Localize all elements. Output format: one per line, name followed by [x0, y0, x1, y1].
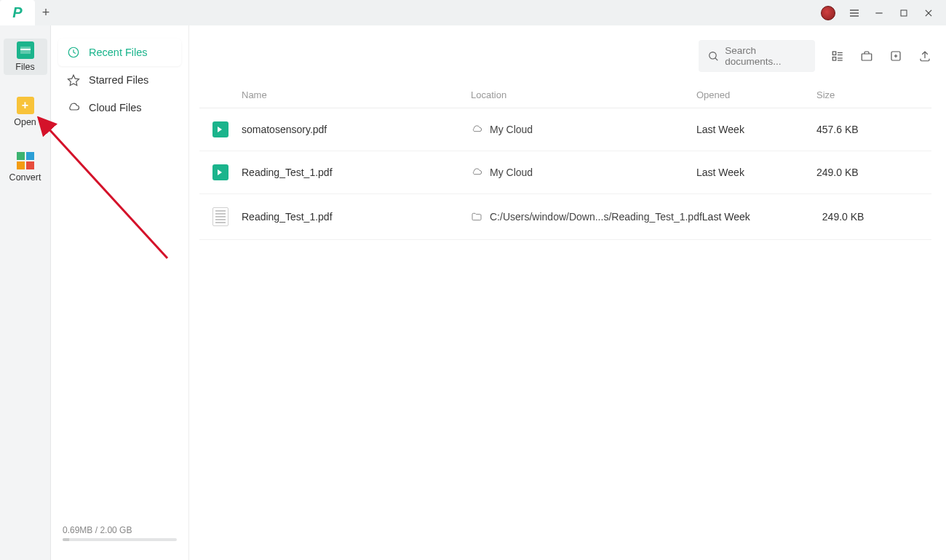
main-panel: Search documents... Name Location Opened…: [189, 25, 946, 560]
user-avatar[interactable]: [821, 6, 835, 20]
search-input[interactable]: Search documents...: [699, 40, 815, 72]
table-header: Name Location Opened Size: [199, 82, 931, 108]
file-opened: Last Week: [696, 167, 816, 178]
rail-label-open: Open: [14, 117, 36, 127]
menu-icon[interactable]: [848, 7, 860, 19]
file-name: Reading_Test_1.pdf: [242, 211, 471, 223]
col-header-opened[interactable]: Opened: [696, 89, 816, 100]
upload-icon[interactable]: [918, 49, 931, 63]
sidenav-label-recent: Recent Files: [89, 47, 148, 58]
file-location: C:/Users/window/Down...s/Reading_Test_1.…: [471, 211, 702, 223]
table-row[interactable]: Reading_Test_1.pdfMy CloudLast Week249.0…: [199, 151, 931, 194]
col-header-size[interactable]: Size: [816, 89, 931, 100]
file-type-icon: [199, 207, 242, 226]
file-location: My Cloud: [471, 124, 696, 135]
rail-item-files[interactable]: Files: [4, 39, 47, 75]
svg-rect-4: [901, 10, 907, 16]
briefcase-icon[interactable]: [860, 49, 873, 63]
storage-used: 0.69MB: [63, 525, 92, 535]
titlebar: P +: [0, 0, 946, 25]
rail-item-convert[interactable]: Convert: [4, 149, 47, 185]
sidenav-label-starred: Starred Files: [89, 74, 148, 86]
list-view-icon[interactable]: [831, 49, 844, 63]
file-size: 249.0 KB: [816, 167, 931, 178]
rail-label-files: Files: [15, 62, 34, 72]
file-opened: Last Week: [696, 124, 816, 135]
toolbar: Search documents...: [189, 25, 946, 81]
cloud-icon: [471, 124, 482, 135]
close-icon[interactable]: [923, 7, 934, 19]
file-size: 457.6 KB: [816, 124, 931, 135]
storage-total: 2.00 GB: [100, 525, 132, 535]
clock-icon: [67, 46, 80, 59]
file-table: Name Location Opened Size somatosensory.…: [189, 81, 946, 240]
sidenav-item-cloud[interactable]: Cloud Files: [58, 94, 181, 121]
app-logo-icon: P: [12, 4, 22, 21]
table-row[interactable]: somatosensory.pdfMy CloudLast Week457.6 …: [199, 108, 931, 151]
folder-icon: [471, 211, 482, 223]
cloud-icon: [67, 101, 80, 114]
sidenav-item-starred[interactable]: Starred Files: [58, 66, 181, 94]
file-opened: Last Week: [702, 211, 822, 223]
col-header-location[interactable]: Location: [471, 89, 696, 100]
svg-rect-19: [862, 54, 872, 60]
storage-bar: [63, 538, 177, 541]
file-type-icon: [199, 164, 242, 180]
search-icon: [707, 49, 719, 63]
svg-rect-13: [832, 52, 836, 55]
open-icon: +: [17, 97, 34, 114]
svg-line-12: [715, 58, 718, 60]
star-icon: [67, 73, 80, 87]
search-placeholder: Search documents...: [725, 45, 806, 67]
sidenav: Recent Files Starred Files Cloud Files 0…: [51, 25, 189, 560]
maximize-icon[interactable]: [898, 7, 910, 19]
convert-icon: [17, 152, 34, 169]
new-tab-button[interactable]: +: [35, 5, 57, 20]
left-rail: Files + Open Convert: [0, 25, 51, 560]
file-location: My Cloud: [471, 167, 696, 178]
rail-label-convert: Convert: [9, 172, 41, 183]
app-logo-tab[interactable]: P: [0, 0, 35, 25]
svg-point-11: [710, 52, 716, 59]
files-icon: [17, 41, 34, 59]
table-row[interactable]: Reading_Test_1.pdfC:/Users/window/Down..…: [199, 194, 931, 240]
titlebar-right: [821, 6, 942, 20]
file-name: somatosensory.pdf: [242, 124, 471, 135]
new-file-icon[interactable]: [889, 49, 902, 63]
sidenav-label-cloud: Cloud Files: [89, 102, 142, 113]
svg-marker-10: [68, 75, 79, 85]
file-size: 249.0 KB: [822, 211, 931, 223]
titlebar-left: P +: [0, 0, 57, 25]
sidenav-item-recent[interactable]: Recent Files: [58, 39, 181, 66]
col-header-name[interactable]: Name: [242, 89, 471, 100]
cloud-icon: [471, 167, 482, 178]
svg-rect-8: [20, 49, 31, 50]
file-name: Reading_Test_1.pdf: [242, 167, 471, 178]
svg-rect-14: [832, 57, 836, 61]
storage-indicator: 0.69MB / 2.00 GB: [58, 525, 181, 547]
minimize-icon[interactable]: [873, 7, 885, 19]
file-type-icon: [199, 121, 242, 137]
rail-item-open[interactable]: + Open: [4, 94, 47, 130]
